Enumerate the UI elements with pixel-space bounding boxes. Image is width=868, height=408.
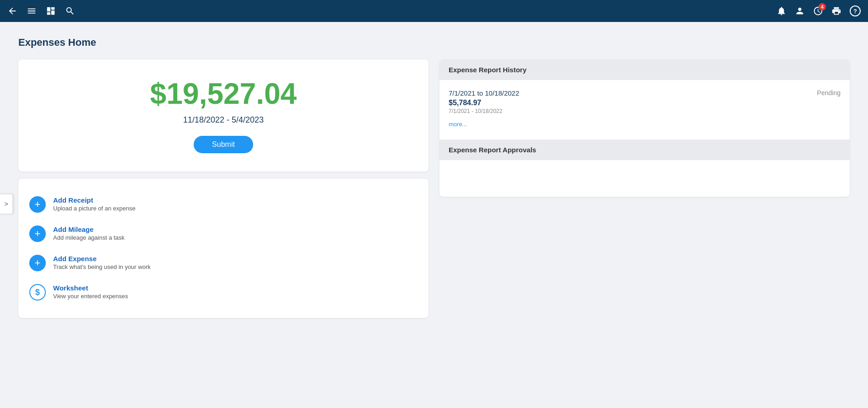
amount-dates: 11/18/2022 - 5/4/2023 (32, 115, 415, 125)
expense-report-history-content: 7/1/2021 to 10/18/2022 Pending $5,784.97… (439, 80, 850, 136)
notification-count: 4 (819, 3, 826, 11)
worksheet-icon: $ (29, 284, 46, 301)
history-amount: $5,784.97 (449, 99, 841, 107)
chart-icon[interactable] (46, 6, 56, 16)
expense-report-approvals-body (439, 160, 850, 197)
worksheet-action[interactable]: $ Worksheet View your entered expenses (29, 278, 418, 307)
expense-report-history-card: Expense Report History 7/1/2021 to 10/18… (439, 59, 850, 197)
amount-card: $19,527.04 11/18/2022 - 5/4/2023 Submit (18, 59, 429, 172)
main-grid: $19,527.04 11/18/2022 - 5/4/2023 Submit … (18, 59, 850, 318)
add-receipt-text: Add Receipt Upload a picture of an expen… (53, 196, 136, 212)
add-expense-icon: + (29, 255, 46, 271)
add-mileage-icon: + (29, 225, 46, 242)
add-mileage-text: Add Mileage Add mileage against a task (53, 225, 125, 241)
history-row: 7/1/2021 to 10/18/2022 Pending (449, 89, 841, 97)
clock-notification-icon[interactable]: 4 (813, 6, 823, 16)
print-icon[interactable] (831, 6, 841, 16)
history-date-range: 7/1/2021 to 10/18/2022 (449, 89, 519, 97)
add-expense-title: Add Expense (53, 255, 151, 263)
back-button[interactable] (7, 6, 17, 16)
add-expense-action[interactable]: + Add Expense Track what's being used in… (29, 248, 418, 278)
menu-button[interactable] (27, 6, 37, 16)
add-receipt-action[interactable]: + Add Receipt Upload a picture of an exp… (29, 190, 418, 219)
add-expense-text: Add Expense Track what's being used in y… (53, 255, 151, 270)
nav-right: 4 ? (776, 5, 861, 16)
add-receipt-title: Add Receipt (53, 196, 136, 204)
top-navigation: 4 ? (0, 0, 868, 22)
sidebar-toggle[interactable]: > (0, 194, 13, 214)
add-mileage-desc: Add mileage against a task (53, 234, 125, 241)
history-sub-dates: 7/1/2021 - 10/18/2022 (449, 108, 841, 114)
page-title: Expenses Home (18, 37, 850, 48)
history-more-link[interactable]: more... (449, 121, 841, 128)
right-column: Expense Report History 7/1/2021 to 10/18… (439, 59, 850, 197)
history-status: Pending (817, 89, 841, 97)
add-mileage-title: Add Mileage (53, 225, 125, 233)
worksheet-desc: View your entered expenses (53, 293, 128, 300)
worksheet-title: Worksheet (53, 284, 128, 292)
worksheet-text: Worksheet View your entered expenses (53, 284, 128, 300)
add-receipt-icon: + (29, 196, 46, 213)
expense-report-history-header: Expense Report History (439, 59, 850, 80)
add-mileage-action[interactable]: + Add Mileage Add mileage against a task (29, 219, 418, 248)
nav-left (7, 6, 75, 16)
left-column: $19,527.04 11/18/2022 - 5/4/2023 Submit … (18, 59, 429, 318)
add-expense-desc: Track what's being used in your work (53, 263, 151, 270)
amount-value: $19,527.04 (32, 78, 415, 110)
page-content: Expenses Home $19,527.04 11/18/2022 - 5/… (0, 22, 868, 333)
actions-card: + Add Receipt Upload a picture of an exp… (18, 179, 429, 318)
bell-icon[interactable] (776, 6, 787, 16)
submit-button[interactable]: Submit (194, 136, 253, 153)
expense-report-approvals-header: Expense Report Approvals (439, 140, 850, 160)
add-receipt-desc: Upload a picture of an expense (53, 205, 136, 212)
user-icon[interactable] (795, 6, 805, 16)
search-icon[interactable] (65, 6, 75, 16)
help-icon[interactable]: ? (850, 5, 861, 16)
